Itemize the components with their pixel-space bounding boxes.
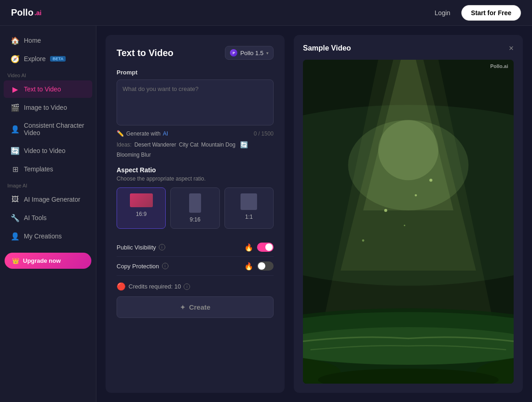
sidebar-item-label: My Creations xyxy=(24,232,62,240)
sidebar-item-label: Consistent Character Video xyxy=(24,122,85,136)
public-visibility-label: Public Visibility xyxy=(117,244,156,251)
ideas-row: Ideas: Desert Wanderer City Cat Mountain… xyxy=(117,141,274,158)
templates-icon: ⊞ xyxy=(11,165,19,173)
generate-label: Generate with xyxy=(126,130,161,137)
sidebar-item-explore[interactable]: 🧭 Explore BETA xyxy=(4,50,92,68)
aspect-ratio-title: Aspect Ratio xyxy=(117,166,274,174)
ideas-label: Ideas: xyxy=(117,142,132,148)
sample-video-close-button[interactable]: × xyxy=(509,44,514,52)
sidebar-item-templates[interactable]: ⊞ Templates xyxy=(4,160,92,178)
svg-point-30 xyxy=(429,179,432,182)
sidebar-item-ai-image-generator[interactable]: 🖼 AI Image Generator xyxy=(4,191,92,208)
sample-header: Sample Video × xyxy=(303,44,514,52)
public-visibility-label-group: Public Visibility i xyxy=(117,244,165,251)
aspect-ratio-grid: 16:9 9:16 1:1 xyxy=(117,187,274,229)
svg-point-27 xyxy=(384,209,387,212)
nav-right: Login Start for Free xyxy=(429,5,521,21)
prompt-footer: ✏️ Generate with AI 0 / 1500 xyxy=(117,130,274,137)
sidebar-item-image-to-video[interactable]: 🎬 Image to Video xyxy=(4,99,92,116)
copy-protection-label: Copy Protection xyxy=(117,263,159,270)
upgrade-now-button[interactable]: 👑 Upgrade now xyxy=(5,253,91,269)
create-label: Create xyxy=(189,303,211,311)
flame-icon-visibility: 🔥 xyxy=(244,243,253,252)
public-visibility-toggle[interactable] xyxy=(257,243,274,252)
login-button[interactable]: Login xyxy=(429,6,456,20)
wand-icon: ✏️ xyxy=(117,130,124,137)
start-for-free-button[interactable]: Start for Free xyxy=(461,5,521,21)
aspect-card-9-16[interactable]: 9:16 xyxy=(170,187,219,229)
topnav: Pollo.ai Login Start for Free xyxy=(0,0,532,26)
logo-ai: .ai xyxy=(34,9,42,17)
svg-point-6 xyxy=(378,120,438,180)
video-to-video-icon: 🔄 xyxy=(11,147,19,155)
copy-protection-toggle-group: 🔥 xyxy=(244,261,274,271)
char-count: 0 / 1500 xyxy=(254,130,274,137)
sidebar-item-ai-tools[interactable]: 🔧 AI Tools xyxy=(4,209,92,226)
toggle-knob xyxy=(265,243,273,251)
aspect-card-1-1[interactable]: 1:1 xyxy=(224,187,274,229)
svg-point-28 xyxy=(414,194,417,197)
aspect-card-16-9[interactable]: 16:9 xyxy=(117,187,166,229)
public-visibility-row: Public Visibility i 🔥 xyxy=(117,238,274,257)
idea-chip-city-cat[interactable]: City Cat xyxy=(179,142,199,148)
prompt-textarea[interactable] xyxy=(117,79,274,125)
generate-with-ai-button[interactable]: ✏️ Generate with AI xyxy=(117,130,168,137)
public-visibility-info-icon[interactable]: i xyxy=(159,244,165,250)
aspect-label-16-9: 16:9 xyxy=(136,211,146,217)
aspect-ratio-sub: Choose the appropriate aspect ratio. xyxy=(117,176,274,182)
image-ai-section-label: Image AI xyxy=(0,178,96,190)
sidebar-item-home[interactable]: 🏠 Home xyxy=(4,32,92,49)
idea-chip-mountain-dog[interactable]: Mountain Dog xyxy=(201,142,235,148)
svg-point-31 xyxy=(362,239,364,242)
credits-icon: 🔴 xyxy=(117,282,126,291)
sidebar-item-label: Templates xyxy=(24,165,53,173)
text-to-video-icon: ▶ xyxy=(11,85,19,93)
sidebar: 🏠 Home 🧭 Explore BETA Video AI ▶ Text to… xyxy=(0,26,96,402)
idea-chip-blooming-blur[interactable]: Blooming Blur xyxy=(117,152,151,158)
copy-protection-info-icon[interactable]: i xyxy=(162,263,168,269)
beta-badge: BETA xyxy=(50,56,66,62)
logo: Pollo.ai xyxy=(11,7,41,18)
refresh-icon[interactable]: 🔄 xyxy=(240,141,248,148)
consistent-character-icon: 👤 xyxy=(11,125,19,133)
video-ai-section-label: Video AI xyxy=(0,68,96,80)
public-visibility-toggle-group: 🔥 xyxy=(244,243,274,252)
forest-video-preview: Pollo.ai xyxy=(303,60,514,384)
aspect-thumb-16-9 xyxy=(130,193,153,207)
ai-highlight: AI xyxy=(163,130,168,137)
ai-tools-icon: 🔧 xyxy=(11,214,19,222)
sidebar-item-consistent-character[interactable]: 👤 Consistent Character Video xyxy=(4,117,92,141)
ttv-title: Text to Video xyxy=(117,48,174,58)
chevron-down-icon: ▾ xyxy=(266,51,269,56)
aspect-thumb-1-1 xyxy=(241,193,257,210)
model-name: Pollo 1.5 xyxy=(240,50,263,57)
sample-video-panel: Sample Video × xyxy=(294,35,523,393)
model-select-dropdown[interactable]: P Pollo 1.5 ▾ xyxy=(225,46,274,60)
sidebar-item-text-to-video[interactable]: ▶ Text to Video xyxy=(4,80,92,98)
aspect-thumb-9-16 xyxy=(189,193,201,213)
sidebar-item-label: Video to Video xyxy=(24,147,66,154)
create-button[interactable]: ✦ Create xyxy=(117,296,274,318)
sparkle-icon: ✦ xyxy=(180,304,185,311)
idea-chip-desert-wanderer[interactable]: Desert Wanderer xyxy=(134,142,176,148)
sidebar-item-label: Home xyxy=(24,37,41,44)
ai-image-generator-icon: 🖼 xyxy=(11,195,19,204)
sidebar-item-video-to-video[interactable]: 🔄 Video to Video xyxy=(4,142,92,159)
credits-row: 🔴 Credits required: 10 i xyxy=(117,282,274,291)
video-watermark: Pollo.ai xyxy=(490,63,508,69)
sample-video-title: Sample Video xyxy=(303,44,351,52)
aspect-label-9-16: 9:16 xyxy=(190,216,200,223)
prompt-label: Prompt xyxy=(117,69,274,76)
main-content: Text to Video P Pollo 1.5 ▾ Prompt ✏️ Ge… xyxy=(96,26,532,402)
explore-icon: 🧭 xyxy=(11,55,19,63)
copy-protection-row: Copy Protection i 🔥 xyxy=(117,257,274,276)
sidebar-item-label: Text to Video xyxy=(24,85,61,93)
sidebar-item-label: AI Tools xyxy=(24,214,47,221)
flame-icon-copy: 🔥 xyxy=(244,262,253,271)
sidebar-item-label: AI Image Generator xyxy=(24,196,80,203)
sidebar-item-my-creations[interactable]: 👤 My Creations xyxy=(4,227,92,245)
main-layout: 🏠 Home 🧭 Explore BETA Video AI ▶ Text to… xyxy=(0,26,532,402)
logo-text: Pollo xyxy=(11,7,34,18)
copy-protection-toggle[interactable] xyxy=(257,261,274,271)
credits-info-icon[interactable]: i xyxy=(184,283,190,290)
